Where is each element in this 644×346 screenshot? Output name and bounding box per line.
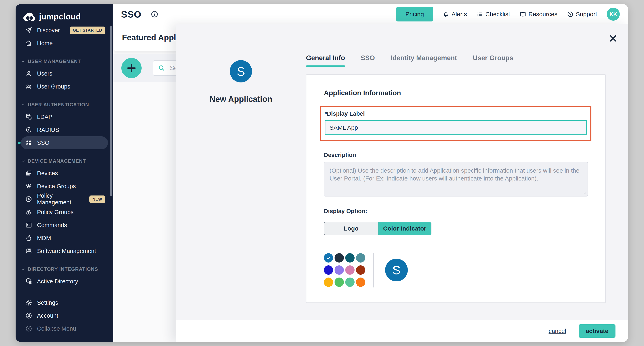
color-indicator-preview: S <box>385 259 408 281</box>
sidebar-item-home[interactable]: Home <box>21 37 108 50</box>
new-badge: NEW <box>90 196 105 203</box>
sidebar-scrollbar[interactable] <box>110 26 112 196</box>
color-swatch[interactable] <box>324 265 333 275</box>
sidebar-item-active-directory[interactable]: Active Directory <box>21 275 108 288</box>
sidebar-item-mdm[interactable]: MDM <box>21 232 108 245</box>
color-swatch[interactable] <box>345 278 354 287</box>
new-application-modal: S New Application General Info SSO Ident… <box>176 24 628 342</box>
color-swatch-selected[interactable] <box>324 253 333 263</box>
section-user-management[interactable]: USER MANAGEMENT <box>21 56 108 67</box>
color-swatch[interactable] <box>345 253 354 263</box>
activate-button[interactable]: activate <box>579 324 616 338</box>
color-swatch[interactable] <box>334 278 344 287</box>
sidebar-item-settings[interactable]: Settings <box>21 296 108 309</box>
sidebar-item-software-management[interactable]: Software Management <box>21 245 108 257</box>
check-icon <box>326 255 331 261</box>
color-swatch[interactable] <box>356 253 365 263</box>
display-label-highlight: *Display Label <box>320 106 592 141</box>
database-clock-icon <box>25 113 32 120</box>
chevron-down-icon <box>21 102 25 107</box>
sidebar-item-sso[interactable]: SSO <box>21 136 108 149</box>
radius-dial-icon <box>25 126 32 133</box>
toggle-color-indicator[interactable]: Color Indicator <box>378 222 431 235</box>
policy-groups-icon <box>25 209 32 216</box>
sidebar-item-label: Discover <box>37 27 60 34</box>
chevron-down-icon <box>21 59 25 64</box>
question-circle-icon <box>567 11 574 18</box>
support-button[interactable]: Support <box>567 11 597 18</box>
search-icon <box>158 64 165 72</box>
collapse-arrow-icon <box>25 325 32 332</box>
color-swatch[interactable] <box>356 278 365 287</box>
divider <box>29 292 100 292</box>
display-option-label: Display Option: <box>324 208 588 215</box>
plus-icon <box>126 63 137 73</box>
jumpcloud-cloud-icon <box>23 12 36 21</box>
color-swatch[interactable] <box>345 265 354 275</box>
devices-icon <box>25 170 32 177</box>
chevron-down-icon <box>21 267 25 271</box>
section-device-management[interactable]: DEVICE MANAGEMENT <box>21 155 108 167</box>
sidebar-item-devices[interactable]: Devices <box>21 167 108 180</box>
display-label-input[interactable] <box>325 120 587 135</box>
tab-sso[interactable]: SSO <box>361 54 375 67</box>
tab-user-groups[interactable]: User Groups <box>473 54 513 67</box>
header-actions: Pricing Alerts Checklist Resources Suppo… <box>396 7 620 22</box>
tab-identity-management[interactable]: Identity Management <box>390 54 457 67</box>
sidebar-item-user-groups[interactable]: User Groups <box>21 80 108 93</box>
sidebar-item-ldap[interactable]: LDAP <box>21 110 108 123</box>
chevron-down-icon <box>21 159 25 163</box>
software-laptop-icon <box>25 248 32 254</box>
section-user-authentication[interactable]: USER AUTHENTICATION <box>21 99 108 110</box>
sidebar-item-discover[interactable]: Discover GET STARTED <box>21 24 108 37</box>
page-title: SSO <box>121 9 142 20</box>
sidebar-nav: Discover GET STARTED Home USER MANAGEMEN… <box>16 21 113 289</box>
sidebar-item-account[interactable]: Account <box>21 309 108 322</box>
cancel-button[interactable]: cancel <box>547 327 567 335</box>
jumpcloud-logo: jumpcloud <box>16 4 113 21</box>
octagon-dot-icon <box>25 196 32 203</box>
toggle-logo[interactable]: Logo <box>324 222 378 235</box>
resources-button[interactable]: Resources <box>520 11 558 18</box>
get-started-badge: GET STARTED <box>70 27 105 34</box>
color-swatch[interactable] <box>334 265 344 275</box>
color-picker: S <box>324 253 588 287</box>
application-information-card: Application Information *Display Label D… <box>306 74 606 303</box>
description-textarea[interactable] <box>324 162 588 197</box>
checklist-button[interactable]: Checklist <box>477 11 510 18</box>
user-avatar[interactable]: KK <box>607 8 620 21</box>
application-name: New Application <box>210 95 272 104</box>
alerts-button[interactable]: Alerts <box>443 11 467 18</box>
card-title: Application Information <box>324 89 588 97</box>
modal-footer: cancel activate <box>176 320 628 342</box>
active-dot <box>18 142 21 144</box>
description-label: Description <box>324 152 588 158</box>
venn-circles-icon <box>25 183 32 190</box>
user-icon <box>25 70 32 77</box>
section-directory-integrations[interactable]: DIRECTORY INTEGRATIONS <box>21 264 108 275</box>
tab-general-info[interactable]: General Info <box>306 54 345 67</box>
sidebar-item-collapse-menu[interactable]: Collapse Menu <box>21 322 108 335</box>
add-application-button[interactable] <box>121 58 142 78</box>
sidebar-item-commands[interactable]: Commands <box>21 219 108 232</box>
color-swatch[interactable] <box>334 253 344 263</box>
modal-tabs: General Info SSO Identity Management Use… <box>306 54 513 67</box>
logo-text: jumpcloud <box>39 12 81 21</box>
sidebar-item-device-groups[interactable]: Device Groups <box>21 180 108 193</box>
sidebar-item-label: Home <box>37 40 52 47</box>
description-wrap <box>324 162 588 197</box>
terminal-icon <box>25 222 32 229</box>
close-button[interactable] <box>608 34 618 43</box>
sidebar-item-users[interactable]: Users <box>21 67 108 80</box>
color-swatch[interactable] <box>356 265 365 275</box>
color-swatch[interactable] <box>324 278 333 287</box>
sidebar: jumpcloud Discover GET STARTED Home USER… <box>16 4 113 342</box>
application-avatar: S <box>230 60 252 82</box>
pricing-button[interactable]: Pricing <box>396 7 433 22</box>
apple-icon <box>25 235 32 241</box>
sidebar-item-radius[interactable]: RADIUS <box>21 123 108 136</box>
sidebar-item-policy-management[interactable]: Policy Management NEW <box>21 193 108 206</box>
info-icon[interactable] <box>151 10 158 18</box>
close-icon <box>608 34 618 43</box>
sidebar-item-policy-groups[interactable]: Policy Groups <box>21 206 108 219</box>
